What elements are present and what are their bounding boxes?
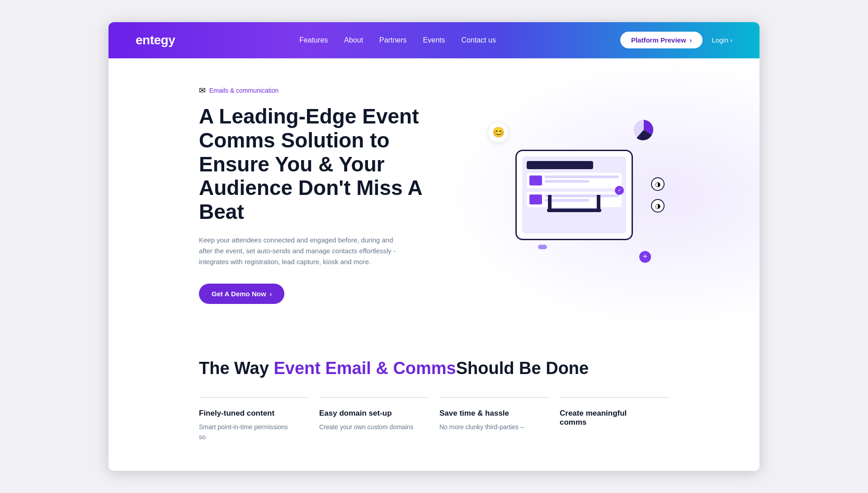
login-link[interactable]: Login ›: [712, 36, 732, 44]
nav-contact[interactable]: Contact us: [462, 36, 496, 44]
feature-cards-row: Finely-tuned content Smart point-in-time…: [199, 397, 669, 453]
nav-actions: Platform Preview › Login ›: [620, 32, 732, 48]
card-title-2: Easy domain set-up: [319, 409, 414, 418]
hero-title: A Leading-Edge Event Comms Solution to E…: [199, 104, 425, 224]
feature-card-4: Create meaningful comms: [560, 397, 669, 453]
nav-events[interactable]: Events: [423, 36, 445, 44]
hero-section: ✉ Emails & communication A Leading-Edge …: [108, 58, 760, 331]
toggle-icon-1: ◑: [651, 177, 665, 191]
email-icon: ✉: [199, 85, 206, 95]
monitor-bar: [527, 161, 593, 169]
login-arrow-icon: ›: [730, 36, 732, 44]
monitor-stand: [547, 209, 601, 212]
card-desc-2: Create your own custom domains: [319, 422, 414, 432]
hero-description: Keep your attendees connected and engage…: [199, 235, 398, 267]
section-features: The Way Event Email & CommsShould Be Don…: [108, 331, 760, 471]
nav-links: Features About Partners Events Contact u…: [299, 36, 496, 44]
card-desc-3: No more clunky third-parties –: [439, 422, 534, 432]
feature-card-1: Finely-tuned content Smart point-in-time…: [199, 397, 308, 453]
monitor-card-1: [527, 173, 622, 188]
check-icon: ✓: [615, 186, 624, 195]
platform-arrow-icon: ›: [690, 37, 692, 44]
monitor-legs: [548, 195, 600, 209]
dot-indicator: [538, 245, 547, 249]
smiley-icon: 😊: [488, 123, 508, 142]
pie-chart-icon: [632, 118, 656, 142]
toggle-icons: ◑ ◑: [651, 177, 665, 213]
badge-label: Emails & communication: [209, 87, 278, 94]
feature-card-3: Save time & hassle No more clunky third-…: [439, 397, 549, 453]
platform-preview-button[interactable]: Platform Preview ›: [620, 32, 703, 48]
logo: entegy: [136, 33, 175, 47]
nav-features[interactable]: Features: [299, 36, 328, 44]
nav-partners[interactable]: Partners: [379, 36, 406, 44]
hero-content: ✉ Emails & communication A Leading-Edge …: [199, 85, 425, 304]
hero-badge: ✉ Emails & communication: [199, 85, 425, 95]
get-demo-button[interactable]: Get A Demo Now ›: [199, 284, 284, 304]
card-desc-1: Smart point-in-time permissions so: [199, 422, 294, 442]
section2-title: The Way Event Email & CommsShould Be Don…: [199, 358, 669, 379]
card-title-3: Save time & hassle: [439, 409, 534, 418]
nav-about[interactable]: About: [344, 36, 363, 44]
browser-frame: entegy Features About Partners Events Co…: [108, 22, 760, 471]
card-title-1: Finely-tuned content: [199, 409, 294, 418]
hero-illustration: 😊: [479, 109, 669, 281]
feature-card-2: Easy domain set-up Create your own custo…: [319, 397, 429, 453]
demo-arrow-icon: ›: [270, 290, 272, 298]
navbar: entegy Features About Partners Events Co…: [108, 22, 760, 58]
card-title-4: Create meaningful comms: [560, 409, 655, 427]
plus-icon: +: [639, 251, 651, 263]
toggle-icon-2: ◑: [651, 199, 665, 213]
